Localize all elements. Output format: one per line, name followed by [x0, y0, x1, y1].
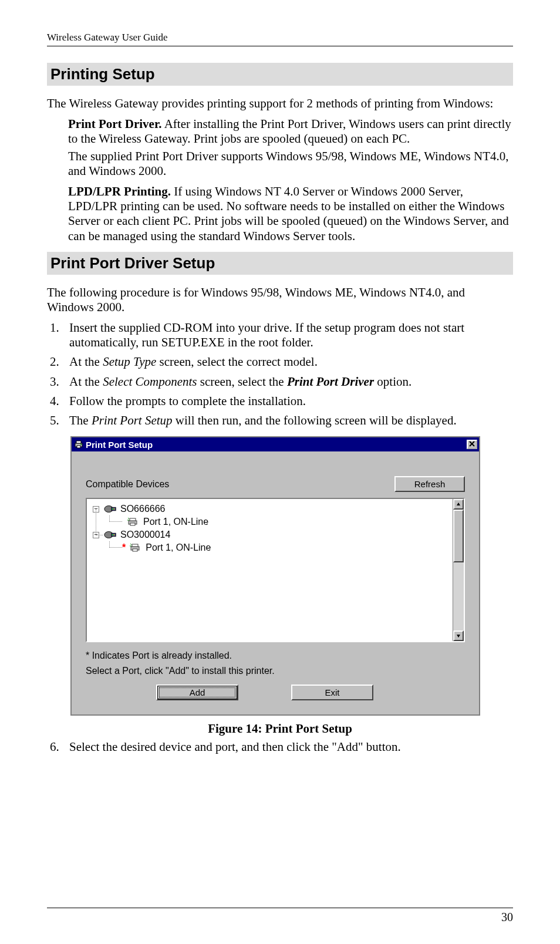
running-header: Wireless Gateway User Guide [47, 32, 513, 46]
step-2: At the Setup Type screen, select the cor… [62, 355, 513, 369]
steps-list-continued: Select the desired device and port, and … [47, 740, 513, 754]
vertical-scrollbar[interactable] [453, 499, 464, 641]
svg-rect-10 [130, 523, 135, 525]
method-print-port-driver: Print Port Driver. After installing the … [68, 117, 513, 146]
step5-b: will then run, and the following screen … [173, 413, 457, 427]
scroll-down-button[interactable] [453, 631, 464, 641]
close-button[interactable] [467, 440, 477, 449]
svg-point-3 [80, 444, 82, 445]
compatible-devices-label: Compatible Devices [86, 479, 169, 490]
tree-node-device-1[interactable]: − SO666666 [93, 503, 450, 515]
svg-marker-19 [457, 635, 460, 638]
scroll-up-button[interactable] [453, 499, 464, 510]
installed-star-icon: * [122, 542, 126, 553]
step2-i: Setup Type [103, 355, 156, 369]
heading-print-port-driver-setup: Print Port Driver Setup [47, 252, 513, 275]
step3-bi: Print Port Driver [287, 375, 374, 389]
step-6: Select the desired device and port, and … [62, 740, 513, 754]
refresh-button[interactable]: Refresh [394, 476, 465, 492]
printer-icon [74, 440, 83, 449]
device-1-label: SO666666 [120, 504, 166, 514]
add-button[interactable]: Add [156, 685, 238, 700]
dialog-title: Print Port Setup [86, 440, 153, 450]
step-1: Insert the supplied CD-ROM into your dri… [62, 321, 513, 350]
svg-marker-18 [457, 503, 460, 505]
intro-paragraph-2: The following procedure is for Windows 9… [47, 285, 513, 315]
device-icon [104, 530, 117, 540]
step5-a: The [69, 413, 92, 427]
step3-b: screen, select the [197, 375, 287, 389]
device-icon [104, 504, 117, 514]
svg-rect-2 [77, 446, 80, 448]
step-5: The Print Port Setup will then run, and … [62, 413, 513, 428]
expand-toggle[interactable]: − [93, 506, 99, 513]
method1-line2: The supplied Print Port Driver supports … [68, 149, 513, 178]
tree-node-device-2-port-1[interactable]: * Port 1, ON-Line [120, 541, 450, 554]
dialog-titlebar[interactable]: Print Port Setup [72, 437, 479, 451]
step2-b: screen, select the correct model. [156, 355, 318, 369]
intro-paragraph-1: The Wireless Gateway provides printing s… [47, 96, 513, 111]
figure-caption: Figure 14: Print Port Setup [47, 722, 513, 736]
method-lpd-lpr: LPD/LPR Printing. If using Windows NT 4.… [68, 184, 513, 244]
svg-rect-16 [132, 544, 138, 547]
device-2-port-1-label: Port 1, ON-Line [146, 542, 211, 553]
heading-printing-setup: Printing Setup [47, 63, 513, 86]
step-4: Follow the prompts to complete the insta… [62, 394, 513, 409]
step3-c: option. [374, 375, 411, 389]
svg-point-6 [112, 508, 113, 510]
device-2-label: SO3000014 [120, 530, 170, 540]
tree-node-device-2[interactable]: − SO3000014 [93, 528, 450, 541]
step5-i: Print Port Setup [92, 413, 173, 427]
svg-point-13 [112, 534, 113, 535]
svg-rect-1 [76, 441, 81, 443]
method2-lead: LPD/LPR Printing. [68, 184, 171, 198]
printer-port-icon [129, 543, 142, 552]
device-1-port-1-label: Port 1, ON-Line [143, 517, 208, 527]
printer-port-icon [127, 517, 140, 527]
step-3: At the Select Components screen, select … [62, 375, 513, 389]
note-installed-indicator: * Indicates Port is already installed. [86, 650, 465, 661]
print-port-setup-dialog: Print Port Setup Compatible Devices Refr… [70, 436, 480, 716]
svg-point-14 [114, 534, 115, 535]
method1-lead: Print Port Driver. [68, 117, 162, 131]
svg-point-7 [114, 508, 115, 510]
tree-node-device-1-port-1[interactable]: Port 1, ON-Line [124, 515, 450, 528]
svg-rect-17 [133, 549, 137, 551]
step3-a: At the [69, 375, 103, 389]
note-select-port: Select a Port, click "Add" to install th… [86, 666, 465, 676]
step3-i: Select Components [103, 375, 197, 389]
page-number: 30 [501, 911, 513, 923]
device-tree[interactable]: − SO666666 Port 1, ON-Line [86, 498, 465, 642]
exit-button[interactable]: Exit [291, 685, 373, 700]
page-footer: 30 [47, 908, 513, 924]
steps-list: Insert the supplied CD-ROM into your dri… [47, 321, 513, 428]
scroll-thumb[interactable] [453, 510, 464, 562]
svg-rect-9 [130, 518, 136, 521]
step2-a: At the [69, 355, 103, 369]
